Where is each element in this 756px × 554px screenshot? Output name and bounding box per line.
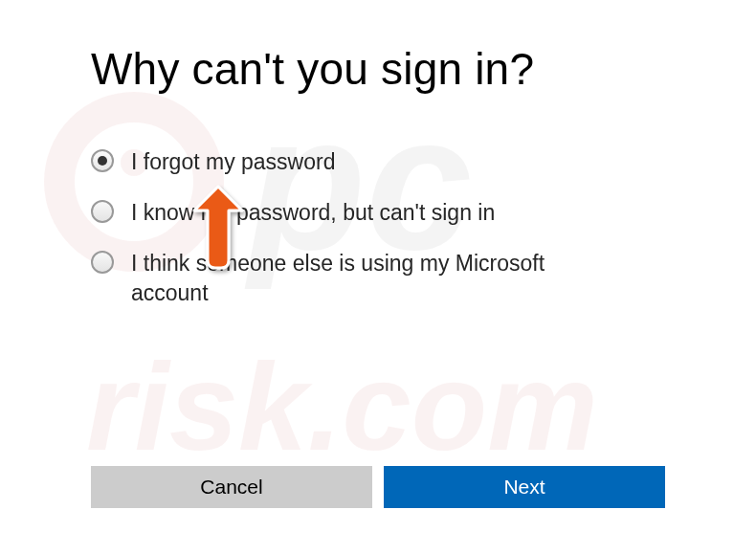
option-label: I think someone else is using my Microso… bbox=[131, 249, 610, 308]
next-button[interactable]: Next bbox=[384, 466, 665, 508]
option-someone-else-using-account[interactable]: I think someone else is using my Microso… bbox=[91, 249, 665, 308]
cancel-button[interactable]: Cancel bbox=[91, 466, 372, 508]
option-forgot-password[interactable]: I forgot my password bbox=[91, 147, 665, 177]
dialog-container: Why can't you sign in? I forgot my passw… bbox=[0, 0, 756, 554]
option-label: I forgot my password bbox=[131, 147, 335, 177]
options-group: I forgot my password I know my password,… bbox=[91, 147, 665, 308]
button-row: Cancel Next bbox=[91, 466, 665, 508]
radio-icon bbox=[91, 149, 114, 172]
option-label: I know my password, but can't sign in bbox=[131, 198, 495, 228]
page-title: Why can't you sign in? bbox=[91, 43, 665, 95]
radio-icon bbox=[91, 251, 114, 274]
radio-icon bbox=[91, 200, 114, 223]
option-know-password-cant-sign-in[interactable]: I know my password, but can't sign in bbox=[91, 198, 665, 228]
